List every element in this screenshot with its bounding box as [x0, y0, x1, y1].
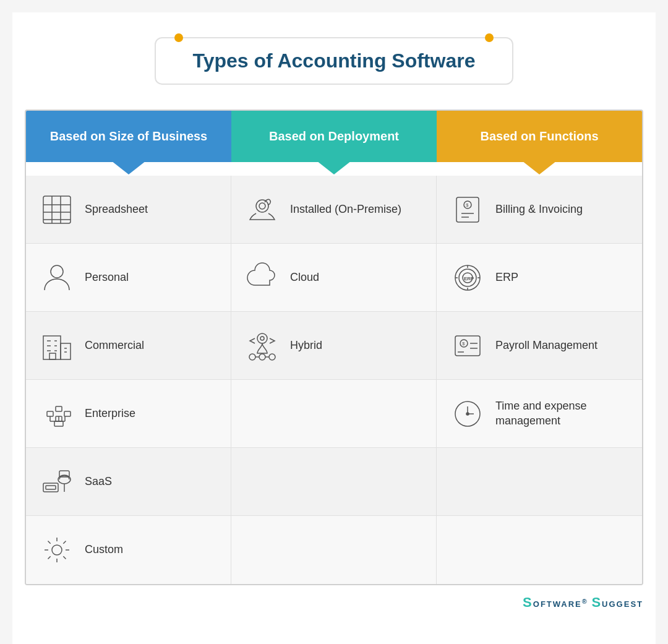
svg-point-33: [52, 545, 62, 555]
table-cell: Installed (On-Premise): [231, 176, 437, 244]
header-col2: Based on Deployment: [231, 111, 437, 162]
cell-label: Spreadsheet: [85, 202, 148, 217]
svg-point-39: [259, 354, 265, 360]
svg-point-38: [249, 354, 255, 360]
svg-rect-19: [56, 406, 62, 411]
table-cell: [437, 448, 642, 516]
cell-label: Billing & Invoicing: [495, 202, 583, 217]
table-cell: Time and expense management: [437, 380, 642, 448]
table-cell: Commercial: [26, 312, 231, 380]
cell-label: SaaS: [85, 474, 112, 489]
enterprise-icon: [38, 395, 75, 432]
svg-point-6: [51, 265, 63, 278]
cell-label: Personal: [85, 270, 129, 285]
person-icon: [38, 259, 75, 296]
saas-icon: [38, 463, 75, 500]
erp-icon: ERP: [449, 259, 486, 296]
cell-label: ERP: [495, 270, 518, 285]
svg-rect-8: [61, 343, 71, 359]
svg-text:$: $: [466, 202, 469, 208]
page-title: Types of Accounting Software: [193, 49, 476, 72]
cell-label: Time and expense management: [495, 399, 630, 428]
svg-point-34: [256, 200, 268, 212]
body-grid: SpreadsheetPersonalCommercialEnterpriseS…: [26, 176, 642, 584]
header-row: Based on Size of Business Based on Deplo…: [26, 111, 642, 162]
svg-point-61: [466, 413, 469, 415]
table-cell: SaaS: [26, 448, 231, 516]
svg-text:$: $: [462, 341, 465, 346]
table-cell: Enterprise: [26, 380, 231, 448]
svg-rect-7: [43, 336, 61, 359]
table-cell: Personal: [26, 244, 231, 312]
cell-label: Custom: [85, 543, 123, 557]
svg-point-37: [260, 337, 264, 340]
table-cell: [231, 380, 437, 448]
cell-label: Enterprise: [85, 406, 135, 421]
table-cell: [437, 516, 642, 584]
table-column: Installed (On-Premise)CloudHybrid: [231, 176, 437, 584]
main-table: Based on Size of Business Based on Deplo…: [25, 109, 643, 585]
svg-point-40: [269, 354, 275, 360]
svg-rect-29: [46, 486, 56, 489]
table-cell: Custom: [26, 516, 231, 584]
cloud-icon: [244, 259, 281, 296]
billing-icon: $: [449, 191, 486, 228]
svg-rect-52: [455, 336, 480, 356]
cell-label: Hybrid: [290, 338, 322, 353]
spreadsheet-icon: [38, 191, 75, 228]
svg-rect-27: [54, 421, 63, 426]
table-cell: [231, 448, 437, 516]
table-cell: $Payroll Management: [437, 312, 642, 380]
page-wrapper: Types of Accounting Software Based on Si…: [12, 12, 656, 644]
table-column: $Billing & InvoicingERPERP$Payroll Manag…: [437, 176, 642, 584]
table-cell: Spreadsheet: [26, 176, 231, 244]
building-icon: [38, 327, 75, 364]
time-icon: [449, 395, 486, 432]
installed-icon: [244, 191, 281, 228]
svg-text:ERP: ERP: [464, 276, 474, 281]
header-col3: Based on Functions: [437, 111, 642, 162]
table-cell: [231, 516, 437, 584]
payroll-icon: $: [449, 327, 486, 364]
cell-label: Commercial: [85, 338, 144, 353]
table-cell: Cloud: [231, 244, 437, 312]
table-cell: $Billing & Invoicing: [437, 176, 642, 244]
custom-icon: [38, 531, 75, 569]
svg-rect-15: [49, 353, 56, 359]
watermark: SOFTWARE® SUGGEST: [523, 595, 643, 611]
cell-label: Payroll Management: [495, 338, 597, 353]
header-col1: Based on Size of Business: [26, 111, 231, 162]
hybrid-icon: [244, 327, 281, 364]
svg-rect-18: [47, 411, 53, 416]
svg-point-35: [259, 203, 265, 209]
table-cell: Hybrid: [231, 312, 437, 380]
svg-point-36: [257, 333, 267, 343]
cell-label: Installed (On-Premise): [290, 202, 401, 217]
svg-rect-20: [64, 411, 71, 416]
table-cell: ERPERP: [437, 244, 642, 312]
table-column: SpreadsheetPersonalCommercialEnterpriseS…: [26, 176, 231, 584]
title-box: Types of Accounting Software: [155, 37, 514, 85]
cell-label: Cloud: [290, 270, 319, 285]
